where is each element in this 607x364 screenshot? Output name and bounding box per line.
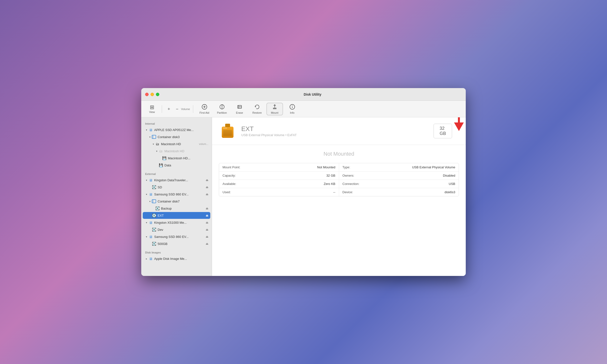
traffic-lights: [145, 93, 159, 96]
restore-icon: [254, 104, 260, 111]
sidebar-item-dev[interactable]: 💽 Dev ⏏: [143, 226, 210, 233]
minimize-button[interactable]: [151, 93, 154, 96]
sidebar-item-container-disk3[interactable]: Container disk3: [143, 133, 210, 140]
info-icon: [289, 104, 295, 111]
expand-icon[interactable]: [148, 135, 152, 139]
sidebar-item-macintosh-hd-sub[interactable]: 🗂 Macintosh HD: [143, 148, 210, 155]
info-label: Available:: [222, 182, 236, 186]
sidebar-item-kingston-xs[interactable]: 🖥 Kingston XS1000 Me... ⏏: [143, 219, 210, 226]
expand-icon[interactable]: [145, 193, 148, 196]
external-hd-icon: 💽: [152, 185, 156, 190]
sidebar-item-macintosh-hd-vol[interactable]: 🗂 Macintosh HD volum...: [143, 141, 210, 147]
external-section-label: External: [141, 170, 212, 176]
eject-icon: ⏏: [206, 235, 208, 238]
expand-icon[interactable]: [145, 221, 148, 224]
toolbar-divider-2: [193, 105, 193, 113]
partition-label: Partition: [217, 111, 227, 114]
svg-rect-20: [223, 128, 227, 129]
info-cell: Used: --: [219, 188, 339, 196]
item-name: Backup: [161, 207, 206, 210]
sidebar-item-samsung-2[interactable]: 🖥 Samsung SSD 860 EV... ⏏: [143, 233, 210, 240]
title-bar-center: Disk Utility: [163, 92, 462, 96]
erase-button[interactable]: Erase: [231, 103, 248, 115]
mount-button[interactable]: Mount: [266, 103, 283, 115]
item-name: 500GB: [158, 242, 206, 246]
first-aid-icon: [202, 104, 207, 111]
expand-icon[interactable]: [145, 178, 148, 182]
internal-section-label: Internal: [141, 120, 212, 126]
eject-icon: ⏏: [206, 207, 208, 210]
volume-label: Volume: [181, 108, 190, 111]
item-name: Dev: [158, 228, 206, 232]
expand-icon[interactable]: [145, 257, 148, 260]
add-volume-button[interactable]: +: [165, 103, 173, 115]
info-label: Device:: [343, 190, 353, 194]
info-value: USB: [449, 182, 455, 186]
external-hd-icon: 💽: [155, 206, 160, 211]
add-remove-group: + −: [165, 103, 181, 115]
info-cell: Capacity: 32 GB: [219, 171, 339, 180]
item-name: Kingston DataTraveler...: [154, 178, 206, 182]
expand-icon[interactable]: [145, 235, 148, 238]
ssd-icon: 🖥: [148, 192, 153, 197]
info-value: 32 GB: [326, 174, 336, 177]
expand-icon[interactable]: [155, 149, 158, 153]
disk-utility-window: Disk Utility ⊞ View + − Volume: [141, 88, 466, 276]
sidebar-item-apple-disk-image[interactable]: 🖥 Apple Disk Image Me...: [143, 255, 210, 262]
view-button[interactable]: ⊞ View: [145, 103, 159, 115]
sidebar-item-apple-ssd[interactable]: 🖥 APPLE SSD AP0512Z Me...: [143, 126, 210, 133]
disk-images-section-label: Disk Images: [141, 249, 212, 255]
external-hd-icon: 💽: [152, 241, 156, 246]
ssd-icon: 🖥: [148, 256, 153, 261]
sidebar-item-kingston[interactable]: 🖥 Kingston DataTraveler... ⏏: [143, 177, 210, 183]
item-name: APPLE SSD AP0512Z Me...: [154, 128, 208, 132]
expand-icon[interactable]: [148, 200, 152, 203]
first-aid-label: First Aid: [200, 111, 209, 114]
info-label: Connection:: [343, 182, 359, 186]
item-name: Macintosh HD: [164, 149, 208, 153]
item-name: Data: [164, 163, 208, 167]
info-value: Not Mounted: [317, 165, 335, 169]
info-cell: Owners: Disabled: [339, 171, 459, 180]
first-aid-button[interactable]: First Aid: [196, 103, 213, 115]
maximize-button[interactable]: [156, 93, 159, 96]
expand-icon[interactable]: [152, 142, 155, 146]
expand-icon[interactable]: [145, 128, 148, 131]
disk-header: EXT USB External Physical Volume • ExFAT…: [212, 117, 466, 145]
toolbar: ⊞ View + − Volume First Aid: [141, 101, 466, 117]
close-button[interactable]: [145, 93, 149, 96]
partition-icon: [219, 104, 225, 111]
sidebar-item-backup[interactable]: 💽 Backup ⏏: [143, 205, 210, 212]
info-button[interactable]: Info: [284, 103, 301, 115]
remove-volume-button[interactable]: −: [173, 103, 181, 115]
sidebar-item-container-disk7[interactable]: Container disk7: [143, 198, 210, 205]
item-name: EXT: [158, 214, 206, 217]
restore-button[interactable]: Restore: [249, 103, 265, 115]
partition-button[interactable]: Partition: [214, 103, 230, 115]
item-name: Kingston XS1000 Me...: [154, 221, 206, 224]
item-name: Samsung SSD 860 EV...: [154, 235, 206, 239]
disk-subtitle: USB External Physical Volume • ExFAT: [241, 133, 459, 137]
sidebar-item-sd[interactable]: 💽 SD ⏏: [143, 184, 210, 191]
ssd-icon: 🖥: [148, 127, 153, 132]
external-hd-icon: 💽: [152, 213, 156, 218]
sidebar-item-macintosh-hd-disk[interactable]: 💾 Macintosh HD...: [143, 155, 210, 161]
item-label: volum...: [199, 143, 208, 145]
sidebar-item-samsung-1[interactable]: 🖥 Samsung SSD 860 EV... ⏏: [143, 191, 210, 198]
info-table: Mount Point: Not Mounted Type: USB Exter…: [219, 163, 459, 196]
title-bar: Disk Utility: [141, 88, 466, 101]
item-name: Container disk3: [158, 135, 208, 139]
info-label: Used:: [222, 190, 231, 194]
eject-icon: ⏏: [206, 221, 208, 224]
window-title: Disk Utility: [304, 92, 321, 96]
view-label: View: [149, 111, 155, 114]
sidebar-item-ext[interactable]: 💽 EXT ⏏: [143, 212, 210, 219]
capacity-badge: 32 GB: [434, 124, 452, 138]
info-value: --: [333, 190, 336, 194]
sidebar-item-500gb[interactable]: 💽 500GB ⏏: [143, 240, 210, 247]
info-label: Mount Point:: [222, 165, 240, 169]
usb-drive-svg: [220, 122, 235, 140]
item-name: Macintosh HD...: [168, 156, 208, 160]
mount-label: Mount: [271, 111, 278, 114]
sidebar-item-data[interactable]: 💾 Data: [143, 162, 210, 169]
